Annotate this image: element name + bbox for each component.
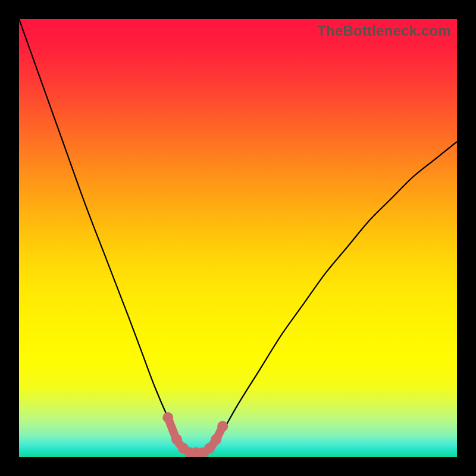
chart-svg (19, 19, 457, 457)
marker-group (162, 412, 228, 457)
marker-dot (211, 434, 221, 445)
bottleneck-curve (19, 19, 457, 453)
plot-area: TheBottleneck.com (19, 19, 457, 457)
chart-frame: TheBottleneck.com (0, 0, 476, 476)
marker-dot (162, 412, 173, 423)
marker-dot (171, 434, 182, 445)
marker-dot (217, 421, 228, 431)
marker-dot (204, 443, 215, 453)
